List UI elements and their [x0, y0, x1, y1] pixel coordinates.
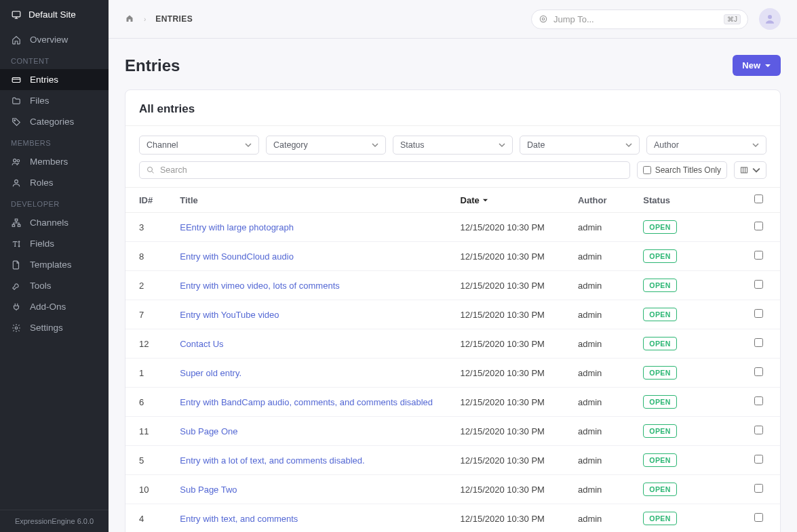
sidebar-item-templates[interactable]: Templates — [0, 254, 109, 275]
select-all-checkbox[interactable] — [754, 195, 763, 203]
col-title[interactable]: Title — [166, 188, 446, 213]
sidebar-item-add-ons[interactable]: Add-Ons — [0, 296, 109, 317]
col-author[interactable]: Author — [564, 188, 629, 213]
filter-category[interactable]: Category — [266, 136, 386, 155]
home-icon[interactable] — [125, 14, 134, 24]
entry-link[interactable]: Entry with text, and comments — [180, 514, 298, 524]
cell-date: 12/15/2020 10:30 PM — [447, 388, 564, 417]
row-checkbox[interactable] — [754, 251, 763, 260]
filter-channel[interactable]: Channel — [139, 136, 259, 155]
sidebar-item-categories[interactable]: Categories — [0, 111, 109, 132]
entry-link[interactable]: Contact Us — [180, 339, 223, 349]
row-checkbox[interactable] — [754, 222, 763, 230]
row-checkbox[interactable] — [754, 513, 763, 522]
sidebar-item-settings[interactable]: Settings — [0, 317, 109, 338]
svg-point-9 — [15, 327, 18, 329]
cell-date: 12/15/2020 10:30 PM — [447, 271, 564, 300]
filter-author[interactable]: Author — [646, 136, 766, 155]
cell-author: admin — [564, 388, 629, 417]
avatar[interactable] — [759, 8, 781, 30]
cell-title: Entry with YouTube video — [166, 300, 446, 329]
cell-select — [741, 359, 780, 388]
sidebar-item-overview[interactable]: Overview — [0, 29, 109, 50]
row-checkbox[interactable] — [754, 280, 763, 289]
cell-title: Entry with a lot of text, and comments d… — [166, 446, 446, 475]
sidebar-item-files[interactable]: Files — [0, 90, 109, 111]
cell-id: 6 — [125, 388, 166, 417]
sidebar-item-channels[interactable]: Channels — [0, 212, 109, 233]
row-checkbox[interactable] — [754, 426, 763, 434]
entry-link[interactable]: Sub Page Two — [180, 485, 237, 495]
svg-rect-8 — [18, 224, 20, 226]
cell-select — [741, 446, 780, 475]
entry-link[interactable]: Entry with a lot of text, and comments d… — [180, 455, 364, 466]
table-row: 8 Entry with SoundCloud audio 12/15/2020… — [125, 242, 780, 271]
sidebar-item-label: Settings — [30, 323, 63, 333]
table-row: 6 Entry with BandCamp audio, comments, a… — [125, 388, 780, 417]
entry-link[interactable]: Entry with SoundCloud audio — [180, 251, 294, 262]
breadcrumb-current: ENTRIES — [155, 14, 193, 24]
col-select-all[interactable] — [741, 188, 780, 213]
cell-status: OPEN — [629, 475, 741, 504]
col-date[interactable]: Date — [447, 188, 564, 213]
status-badge: OPEN — [643, 366, 676, 380]
sidebar-item-label: Add-Ons — [30, 302, 66, 312]
cell-author: admin — [564, 213, 629, 242]
cell-title: Entry with text, and comments — [166, 504, 446, 533]
new-button-label: New — [742, 60, 760, 70]
site-name: Default Site — [28, 9, 76, 20]
cell-date: 12/15/2020 10:30 PM — [447, 359, 564, 388]
sidebar-item-roles[interactable]: Roles — [0, 172, 109, 193]
row-checkbox[interactable] — [754, 338, 763, 347]
search-input[interactable]: Search — [139, 161, 630, 179]
col-status[interactable]: Status — [629, 188, 741, 213]
jump-to-input[interactable]: Jump To... ⌘J — [531, 9, 748, 29]
cell-select — [741, 329, 780, 359]
cell-select — [741, 242, 780, 271]
cell-title: Sub Page One — [166, 417, 446, 446]
status-badge: OPEN — [643, 220, 676, 234]
sidebar-section-title: MEMBERS — [0, 132, 109, 151]
sidebar-item-label: Roles — [30, 178, 54, 188]
wrench-icon — [11, 281, 22, 291]
new-button[interactable]: New — [733, 55, 781, 76]
search-titles-only[interactable]: Search Titles Only — [637, 161, 727, 179]
row-checkbox[interactable] — [754, 309, 763, 318]
sidebar-item-tools[interactable]: Tools — [0, 275, 109, 296]
site-switcher[interactable]: Default Site — [0, 0, 109, 29]
sidebar-item-fields[interactable]: Fields — [0, 233, 109, 254]
svg-point-11 — [542, 18, 545, 20]
cell-title: Contact Us — [166, 329, 446, 359]
page-title: Entries — [125, 56, 180, 75]
chevron-down-icon — [372, 142, 378, 148]
status-badge: OPEN — [643, 337, 676, 350]
filter-label: Author — [654, 140, 679, 150]
entry-link[interactable]: Entry with vimeo video, lots of comments — [180, 281, 340, 291]
row-checkbox[interactable] — [754, 367, 763, 376]
entry-link[interactable]: Entry with YouTube video — [180, 310, 279, 320]
cell-title: EEntry with large photograph — [166, 213, 446, 242]
columns-button[interactable] — [734, 161, 766, 179]
cell-author: admin — [564, 475, 629, 504]
sidebar-item-entries[interactable]: Entries — [0, 69, 109, 90]
row-checkbox[interactable] — [754, 396, 763, 405]
entry-link[interactable]: Entry with BandCamp audio, comments, and… — [180, 397, 433, 407]
status-badge: OPEN — [643, 308, 676, 321]
entry-link[interactable]: Super old entry. — [180, 368, 241, 378]
cell-select — [741, 475, 780, 504]
entry-link[interactable]: Sub Page One — [180, 426, 237, 436]
row-checkbox[interactable] — [754, 455, 763, 464]
cell-author: admin — [564, 329, 629, 359]
col-id[interactable]: ID# — [125, 188, 166, 213]
sitemap-icon — [11, 218, 22, 228]
svg-rect-14 — [741, 167, 747, 173]
sidebar-item-members[interactable]: Members — [0, 151, 109, 172]
cell-id: 1 — [125, 359, 166, 388]
filter-status[interactable]: Status — [393, 136, 513, 155]
titles-only-checkbox[interactable] — [643, 166, 651, 174]
entry-link[interactable]: EEntry with large photograph — [180, 222, 294, 232]
sidebar-footer: ExpressionEngine 6.0.0 — [0, 510, 109, 532]
row-checkbox[interactable] — [754, 484, 763, 493]
gear-icon — [11, 323, 22, 333]
filter-date[interactable]: Date — [520, 136, 640, 155]
